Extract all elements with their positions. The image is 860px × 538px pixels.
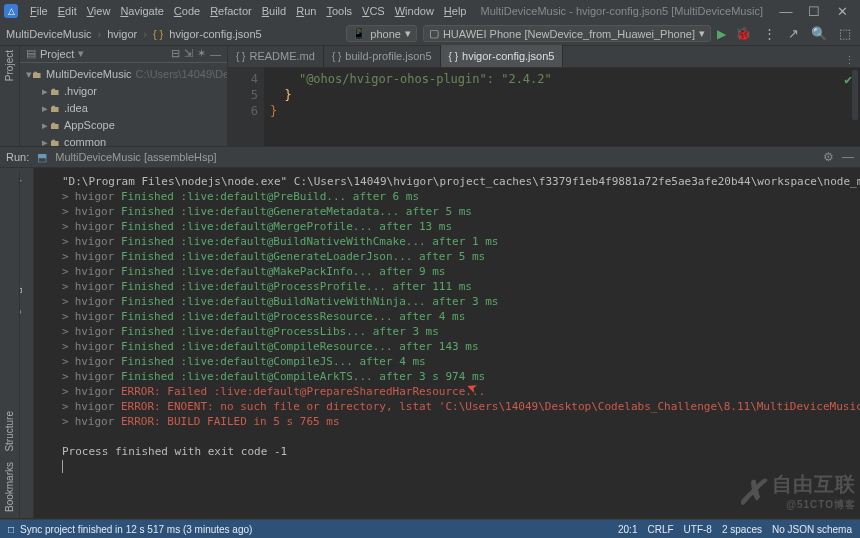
console-line [62,429,852,444]
close-icon[interactable]: ✕ [828,4,856,19]
target-selector-label: HUAWEI Phone [NewDevice_from_Huawei_Phon… [443,28,695,40]
console-line: >hvigor ERROR: Failed :live:default@Prep… [62,384,852,399]
menu-help[interactable]: Help [439,3,472,19]
file-icon: { } [236,51,245,62]
titlebar: △ FileEditViewNavigateCodeRefactorBuildR… [0,0,860,22]
console-line: >hvigor Finished :live:default@CompileJS… [62,354,852,369]
chevron-right-icon: › [143,28,147,40]
menu-window[interactable]: Window [390,3,439,19]
editor-tab[interactable]: { }hvigor-config.json5 [441,45,564,67]
menu-edit[interactable]: Edit [53,3,82,19]
target-selector[interactable]: ▢ HUAWEI Phone [NewDevice_from_Huawei_Ph… [423,25,711,42]
tree-arrow-icon[interactable]: ▸ [40,102,50,115]
chevron-down-icon: ▾ [405,27,411,40]
tree-item[interactable]: ▸🖿.idea [20,100,227,117]
console-line: >hvigor Finished :live:default@ProcessLi… [62,324,852,339]
tree-item[interactable]: ▸🖿common [20,134,227,146]
tree-item[interactable]: ▸🖿AppScope [20,117,227,134]
tree-arrow-icon[interactable]: ▸ [40,136,50,146]
device-selector-label: phone [370,28,401,40]
settings-icon[interactable]: ⚙ [823,150,834,164]
settings-icon[interactable]: ✶ [197,47,206,60]
hide-panel-icon[interactable]: — [842,150,854,164]
menu-vcs[interactable]: VCS [357,3,390,19]
project-tool-tab[interactable]: Project [4,50,15,81]
maximize-icon[interactable]: ☐ [800,4,828,19]
editor-tab[interactable]: { }README.md [228,45,324,67]
debug-button[interactable]: 🐞 [732,26,754,41]
breadcrumb-root[interactable]: MultiDeviceMusic [6,28,92,40]
status-segment[interactable]: 20:1 [618,524,637,535]
hide-panel-icon[interactable]: — [210,48,221,60]
console-line: >hvigor Finished :live:default@MergeProf… [62,219,852,234]
settings-icon[interactable]: ⬚ [836,26,854,41]
console-line: >hvigor Finished :live:default@ProcessRe… [62,309,852,324]
menu-code[interactable]: Code [169,3,205,19]
status-segment[interactable]: No JSON schema [772,524,852,535]
console-line: Process finished with exit code -1 [62,444,852,459]
tree-item[interactable]: ▸🖿.hvigor [20,83,227,100]
expand-icon[interactable]: ⇲ [184,47,193,60]
console-line: >hvigor ERROR: BUILD FAILED in 5 s 765 m… [62,414,852,429]
file-icon: { } [449,51,458,62]
console-line: >hvigor Finished :live:default@BuildNati… [62,294,852,309]
console-line: >hvigor Finished :live:default@ProcessPr… [62,279,852,294]
chevron-down-icon: ▾ [699,27,705,40]
menu-tools[interactable]: Tools [321,3,357,19]
console-line: >hvigor Finished :live:default@PreBuild.… [62,189,852,204]
status-segment[interactable]: CRLF [647,524,673,535]
menu-file[interactable]: File [25,3,53,19]
run-config-name[interactable]: MultiDeviceMusic [assembleHsp] [55,151,216,163]
more-actions-icon[interactable]: ⋮ [760,26,779,41]
menu-navigate[interactable]: Navigate [115,3,168,19]
window-title: MultiDeviceMusic - hvigor-config.json5 [… [481,5,763,17]
status-segment[interactable]: UTF-8 [684,524,712,535]
code-content[interactable]: "@ohos/hvigor-ohos-plugin": "2.4.2" }} [264,68,844,146]
collapse-icon[interactable]: ⊟ [171,47,180,60]
menu-view[interactable]: View [82,3,116,19]
tree-arrow-icon[interactable]: ▸ [40,119,50,132]
left-rail: Bookmarks Structure [0,172,20,518]
editor-tab[interactable]: { }build-profile.json5 [324,45,441,67]
status-segment[interactable]: 2 spaces [722,524,762,535]
navigation-bar: MultiDeviceMusic › hvigor › { } hvigor-c… [0,22,860,46]
scrollbar[interactable] [852,70,858,120]
app-icon: △ [4,4,18,18]
folder-icon: 🖿 [50,120,60,131]
console-line: >hvigor Finished :live:default@CompileAr… [62,369,852,384]
run-button[interactable]: ▶ [717,27,726,41]
run-tool-window: Run: ⬒ MultiDeviceMusic [assembleHsp] ⚙ … [0,146,860,518]
console-line: >hvigor Finished :live:default@MakePackI… [62,264,852,279]
device-selector[interactable]: 📱 phone ▾ [346,25,417,42]
breadcrumb-folder[interactable]: hvigor [107,28,137,40]
editor-area: { }README.md{ }build-profile.json5{ }hvi… [228,46,860,146]
toolbar-icon[interactable]: ↗ [785,26,802,41]
search-icon[interactable]: 🔍 [808,26,830,41]
menu-build[interactable]: Build [257,3,291,19]
minimize-icon[interactable]: — [772,4,800,19]
menu-refactor[interactable]: Refactor [205,3,257,19]
console-line: >hvigor ERROR: ENOENT: no such file or d… [62,399,852,414]
console-line: >hvigor Finished :live:default@BuildNati… [62,234,852,249]
tree-arrow-icon[interactable]: ▸ [40,85,50,98]
tree-item[interactable]: ▾🖿MultiDeviceMusicC:\Users\14049\Desktop… [20,66,227,83]
project-panel-title[interactable]: Project [40,48,74,60]
sync-icon: □ [8,524,14,535]
breadcrumb-file[interactable]: hvigor-config.json5 [169,28,261,40]
project-tree[interactable]: ▾🖿MultiDeviceMusicC:\Users\14049\Desktop… [20,63,227,146]
editor-body[interactable]: 456 "@ohos/hvigor-ohos-plugin": "2.4.2" … [228,68,860,146]
console-line: "D:\Program Files\nodejs\node.exe" C:\Us… [62,174,852,189]
folder-icon: 🖿 [32,69,42,80]
folder-icon: 🖿 [50,86,60,97]
menu-run[interactable]: Run [291,3,321,19]
more-tabs-icon[interactable]: ⋮ [839,54,860,67]
json-file-icon: { } [153,28,163,40]
structure-tool-tab[interactable]: Structure [4,411,15,452]
tree-item-hint: C:\Users\14049\Desktop\C [136,68,227,80]
chevron-down-icon[interactable]: ▾ [78,47,84,60]
file-icon: { } [332,51,341,62]
console-output[interactable]: ➤ "D:\Program Files\nodejs\node.exe" C:\… [54,168,860,518]
sync-status-text: Sync project finished in 12 s 517 ms (3 … [20,524,252,535]
bookmarks-tool-tab[interactable]: Bookmarks [4,462,15,512]
tree-item-label: AppScope [64,119,115,131]
